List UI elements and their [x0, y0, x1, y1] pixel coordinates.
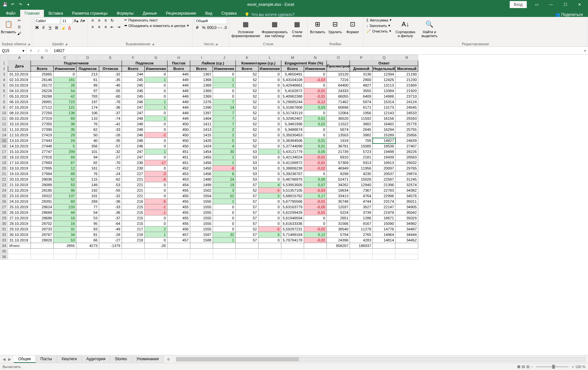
data-cell[interactable]: 11522: [327, 121, 350, 127]
data-cell[interactable]: -32: [99, 149, 122, 155]
column-header[interactable]: M: [281, 55, 304, 61]
data-cell[interactable]: 11.10.2019: [8, 127, 31, 132]
data-cell[interactable]: -0,01: [304, 155, 327, 160]
data-cell[interactable]: 0: [259, 210, 281, 215]
data-cell[interactable]: 16.10.2019: [8, 155, 31, 160]
data-cell[interactable]: 13113: [373, 83, 395, 88]
data-cell[interactable]: 18671: [373, 215, 395, 221]
data-cell[interactable]: 0: [259, 127, 281, 132]
data-cell[interactable]: 1502: [190, 188, 213, 193]
data-cell[interactable]: 449: [167, 99, 190, 105]
empty-cell[interactable]: [373, 254, 395, 260]
data-cell[interactable]: -6: [145, 177, 167, 182]
data-cell[interactable]: 99: [76, 83, 99, 88]
header-cell[interactable]: Постов: [167, 61, 190, 66]
data-cell[interactable]: 19.10.2019: [8, 171, 31, 177]
data-cell[interactable]: 3136: [350, 72, 373, 77]
data-cell[interactable]: -5: [259, 188, 281, 193]
data-cell[interactable]: 1: [145, 99, 167, 105]
data-cell[interactable]: 1587: [190, 232, 213, 238]
data-cell[interactable]: -0,12: [304, 99, 327, 105]
data-cell[interactable]: 858207: [327, 243, 350, 249]
data-cell[interactable]: 22783: [373, 188, 395, 193]
data-cell[interactable]: 27407: [395, 144, 418, 149]
data-cell[interactable]: 2181: [350, 155, 373, 160]
data-cell[interactable]: 0: [213, 215, 236, 221]
data-cell[interactable]: 03.10.2019: [8, 83, 31, 88]
data-cell[interactable]: 1411: [190, 121, 213, 127]
data-cell[interactable]: 356: [76, 144, 99, 149]
data-cell[interactable]: 453: [167, 177, 190, 182]
data-cell[interactable]: 14776: [373, 226, 395, 232]
tab-formulas[interactable]: Формулы: [112, 10, 138, 17]
data-cell[interactable]: 10.10.2019: [8, 121, 31, 127]
data-cell[interactable]: 1555: [190, 221, 213, 226]
data-cell[interactable]: 186937: [350, 243, 373, 249]
data-cell[interactable]: 0: [145, 121, 167, 127]
data-cell[interactable]: 1555: [190, 204, 213, 210]
data-cell[interactable]: 1: [213, 155, 236, 160]
data-cell[interactable]: 18913: [373, 160, 395, 166]
data-cell[interactable]: -0,01: [304, 160, 327, 166]
data-cell[interactable]: -35: [99, 77, 122, 83]
data-cell[interactable]: -37: [99, 110, 122, 116]
data-cell[interactable]: 25776: [395, 121, 418, 127]
data-cell[interactable]: 08.10.2019: [8, 110, 31, 116]
data-cell[interactable]: [304, 243, 327, 249]
data-cell[interactable]: -64: [99, 221, 122, 226]
sheet-tab[interactable]: Общее: [14, 356, 36, 363]
data-cell[interactable]: 137: [54, 193, 76, 199]
data-cell[interactable]: [167, 243, 190, 249]
data-cell[interactable]: 18: [54, 215, 76, 221]
data-cell[interactable]: 27448: [31, 144, 54, 149]
data-cell[interactable]: 52471: [327, 177, 350, 182]
data-cell[interactable]: 27883: [31, 160, 54, 166]
header-cell[interactable]: Всего: [236, 66, 259, 72]
data-cell[interactable]: 60698: [327, 105, 350, 110]
data-cell[interactable]: 5,3481996: [281, 121, 304, 127]
tab-insert[interactable]: Вставка: [44, 10, 68, 17]
empty-cell[interactable]: [327, 249, 350, 254]
font-dialog-launcher[interactable]: ◢: [65, 42, 67, 46]
data-cell[interactable]: 248: [122, 116, 145, 121]
row-header[interactable]: 34: [0, 243, 8, 249]
row-header[interactable]: 20: [0, 166, 8, 171]
data-cell[interactable]: 54: [76, 210, 99, 215]
data-cell[interactable]: 13503: [327, 132, 350, 138]
data-cell[interactable]: 24396: [327, 238, 350, 243]
data-cell[interactable]: 455: [167, 199, 190, 204]
header-cell[interactable]: Всего: [190, 66, 213, 72]
data-cell[interactable]: 248: [122, 121, 145, 127]
data-cell[interactable]: 0: [213, 88, 236, 94]
data-cell[interactable]: 23.10.2019: [8, 193, 31, 199]
empty-cell[interactable]: [259, 249, 281, 254]
data-cell[interactable]: 5,4182872: [281, 88, 304, 94]
data-cell[interactable]: 5: [213, 138, 236, 144]
data-cell[interactable]: 709: [350, 138, 373, 144]
data-cell[interactable]: 0: [145, 144, 167, 149]
data-cell[interactable]: 21920: [395, 88, 418, 94]
empty-cell[interactable]: [327, 254, 350, 260]
data-cell[interactable]: 77: [76, 204, 99, 210]
empty-cell[interactable]: [213, 249, 236, 254]
data-cell[interactable]: -55: [99, 188, 122, 193]
data-cell[interactable]: 0: [304, 215, 327, 221]
data-cell[interactable]: 455: [167, 215, 190, 221]
share-button[interactable]: 👥 Поделиться: [551, 12, 587, 17]
data-cell[interactable]: [236, 243, 259, 249]
data-cell[interactable]: 5,36384506: [281, 138, 304, 144]
zoom-level[interactable]: 100 %: [575, 365, 585, 369]
data-cell[interactable]: 33413: [327, 193, 350, 199]
data-cell[interactable]: 97: [76, 88, 99, 94]
empty-cell[interactable]: [373, 249, 395, 254]
empty-cell[interactable]: [350, 249, 373, 254]
column-header[interactable]: K: [236, 55, 259, 61]
data-cell[interactable]: 4764: [350, 193, 373, 199]
data-cell[interactable]: 53: [236, 160, 259, 166]
data-cell[interactable]: 455: [167, 210, 190, 215]
row-header[interactable]: 14: [0, 132, 8, 138]
view-page-layout-icon[interactable]: ▤: [522, 364, 525, 369]
data-cell[interactable]: 15314: [373, 99, 395, 105]
data-cell[interactable]: 5,32962407: [281, 116, 304, 121]
data-cell[interactable]: [190, 243, 213, 249]
